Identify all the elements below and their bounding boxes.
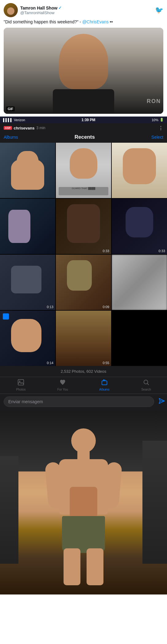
svg-rect-2 [102,381,107,385]
message-input[interactable]: Enviar mensagem [4,396,154,407]
table-row[interactable]: 0:33 [112,199,167,254]
tweet-text: "Did something happen this weekend?" - @… [4,19,163,25]
more-button[interactable]: ⋮ [158,125,163,131]
user-info: Tamron Hall Show ✓ @TamronHallShow [20,6,62,15]
tweet-image: GIF RON [4,28,163,114]
table-row[interactable] [112,143,167,198]
photos-tab-icon [17,379,24,387]
for-you-tab-label: For You [57,388,68,391]
gif-badge: GIF [6,106,15,111]
twitter-icon: 🐦 [155,6,163,14]
phone-screen: ▌▌▌▌ Verizon 1:39 PM 10% 🔋 ASP chrisevan… [0,117,167,410]
photos-tab-label: Photos [16,388,25,391]
duration-badge: 0:14 [47,361,53,365]
duration-badge: 0:13 [47,305,53,309]
username: @TamronHallShow [20,10,62,15]
battery-label: 10% [152,118,158,122]
table-row[interactable]: GUARD THAT ▓▓▓▓ [56,143,111,198]
albums-bar: Albums Recents Select [0,133,167,143]
status-bar-right: 10% 🔋 [152,118,164,122]
tweet-mention[interactable]: @ChrisEvans [82,19,109,24]
select-label[interactable]: Select [151,135,163,140]
tweet-header: Tamron Hall Show ✓ @TamronHallShow 🐦 [4,3,163,17]
message-placeholder: Enviar mensagem [8,399,43,404]
table-row[interactable] [112,255,167,310]
tab-bar: Photos For You Albums Search [0,377,167,394]
svg-point-1 [19,380,21,382]
tab-albums[interactable]: Albums [84,379,125,391]
svg-rect-0 [18,379,24,385]
search-tab-icon [143,379,150,387]
duration-badge: 0:55 [103,361,109,365]
duration-badge: 0:33 [159,249,165,253]
search-tab-label: Search [141,388,151,391]
time-ago: 3 min [36,126,45,130]
tweet-container: Tamron Hall Show ✓ @TamronHallShow 🐦 "Di… [0,0,167,117]
status-time: 1:39 PM [81,118,95,122]
photo-grid: GUARD THAT ▓▓▓▓ 0:33 [0,143,167,366]
tab-search[interactable]: Search [125,379,167,391]
display-name-text: Tamron Hall Show [20,6,57,10]
display-name: Tamron Hall Show ✓ [20,6,62,10]
watermark: RON [147,98,161,105]
table-row[interactable]: 0:14 [0,311,55,366]
recents-label: Recents [75,134,95,140]
asp-badge: ASP [4,126,12,130]
albums-label[interactable]: Albums [4,135,18,140]
duration-badge: 0:09 [103,305,109,309]
table-row[interactable]: 0:13 [0,255,55,310]
photos-app-header: ASP chrisevans 3 min ⋮ [0,123,167,133]
avatar [4,3,18,17]
duration-badge: 0:33 [103,249,109,253]
signal-icon: ▌▌▌▌ [3,118,13,122]
table-row[interactable]: 0:55 [56,311,111,366]
table-row[interactable]: 0:09 [56,255,111,310]
sender-name: chrisevans [14,126,35,130]
message-input-bar: Enviar mensagem [0,394,167,410]
send-icon [155,396,165,407]
gym-photo [0,410,167,594]
status-bar-left: ▌▌▌▌ Verizon [3,118,25,122]
send-button[interactable] [157,397,163,406]
svg-rect-3 [103,380,106,381]
tab-for-you[interactable]: For You [42,379,84,391]
table-row[interactable] [0,143,55,198]
tab-photos[interactable]: Photos [0,379,42,391]
table-row[interactable] [0,199,55,254]
photos-count: 2,532 Photos, 602 Videos [0,366,167,377]
photos-header-left: ASP chrisevans 3 min [4,126,45,130]
table-row[interactable]: 0:33 [56,199,111,254]
verified-icon: ✓ [58,6,62,10]
photos-count-text: 2,532 Photos, 602 Videos [61,369,107,374]
status-bar: ▌▌▌▌ Verizon 1:39 PM 10% 🔋 [0,117,167,123]
albums-tab-icon [101,379,108,387]
carrier-label: Verizon [14,118,25,122]
svg-line-5 [147,384,149,385]
albums-tab-label: Albums [99,388,109,391]
battery-icon: 🔋 [160,118,164,122]
tweet-user: Tamron Hall Show ✓ @TamronHallShow [4,3,62,17]
for-you-tab-icon [59,379,66,387]
